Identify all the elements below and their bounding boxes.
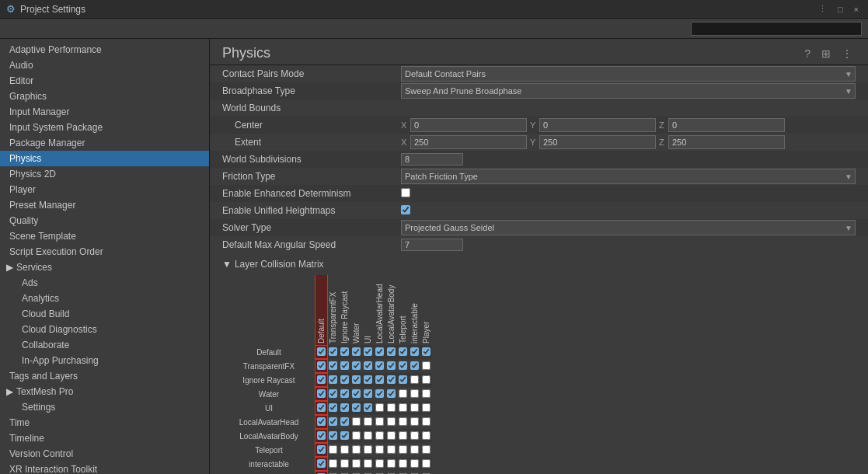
layout-icon[interactable]: ⊞ <box>818 46 834 61</box>
matrix-checkbox[interactable] <box>422 445 431 454</box>
matrix-checkbox[interactable] <box>375 375 384 384</box>
solver-type-select[interactable]: Projected Gauss Seidel <box>401 220 856 235</box>
matrix-checkbox[interactable] <box>410 417 419 426</box>
sidebar-services-header[interactable]: ▶ Services <box>0 260 209 275</box>
matrix-checkbox[interactable] <box>375 417 384 426</box>
matrix-checkbox[interactable] <box>364 403 372 412</box>
matrix-checkbox[interactable] <box>364 389 372 398</box>
matrix-checkbox[interactable] <box>410 347 419 356</box>
matrix-checkbox[interactable] <box>410 403 419 412</box>
matrix-checkbox[interactable] <box>317 361 326 370</box>
broadphase-type-select[interactable]: Sweep And Prune Broadphase <box>401 83 856 99</box>
matrix-checkbox[interactable] <box>387 445 396 454</box>
matrix-checkbox[interactable] <box>410 445 419 454</box>
matrix-checkbox[interactable] <box>422 417 431 426</box>
matrix-checkbox[interactable] <box>410 431 419 440</box>
matrix-checkbox[interactable] <box>364 417 372 426</box>
sidebar-item-editor[interactable]: Editor <box>0 73 209 89</box>
sidebar-item-package-manager[interactable]: Package Manager <box>0 135 209 151</box>
matrix-checkbox[interactable] <box>317 347 326 356</box>
matrix-checkbox[interactable] <box>340 417 349 426</box>
matrix-checkbox[interactable] <box>375 431 384 440</box>
matrix-checkbox[interactable] <box>375 361 384 370</box>
matrix-checkbox[interactable] <box>317 417 326 426</box>
matrix-checkbox[interactable] <box>340 459 349 468</box>
matrix-checkbox[interactable] <box>375 459 384 468</box>
matrix-checkbox[interactable] <box>387 459 396 468</box>
matrix-checkbox[interactable] <box>317 375 326 384</box>
close-button[interactable]: × <box>851 5 862 14</box>
matrix-checkbox[interactable] <box>387 417 396 426</box>
matrix-checkbox[interactable] <box>399 431 407 440</box>
matrix-checkbox[interactable] <box>375 347 384 356</box>
matrix-checkbox[interactable] <box>352 347 361 356</box>
matrix-checkbox[interactable] <box>329 347 337 356</box>
center-x-input[interactable] <box>410 118 527 132</box>
matrix-checkbox[interactable] <box>364 347 372 356</box>
sidebar-item-input-manager[interactable]: Input Manager <box>0 104 209 120</box>
sidebar-item-cloud-build[interactable]: Cloud Build <box>0 306 209 322</box>
matrix-checkbox[interactable] <box>340 445 349 454</box>
sidebar-item-version-control[interactable]: Version Control <box>0 446 209 462</box>
matrix-checkbox[interactable] <box>387 403 396 412</box>
help-icon[interactable]: ? <box>801 46 814 61</box>
matrix-checkbox[interactable] <box>340 347 349 356</box>
matrix-checkbox[interactable] <box>399 347 407 356</box>
matrix-checkbox[interactable] <box>317 445 326 454</box>
sidebar-item-preset-manager[interactable]: Preset Manager <box>0 197 209 213</box>
contact-pairs-mode-select[interactable]: Default Contact Pairs <box>401 66 856 82</box>
matrix-checkbox[interactable] <box>422 389 431 398</box>
center-z-input[interactable] <box>668 118 785 132</box>
matrix-checkbox[interactable] <box>422 459 431 468</box>
matrix-checkbox[interactable] <box>410 361 419 370</box>
matrix-checkbox[interactable] <box>364 361 372 370</box>
sidebar-item-timeline[interactable]: Timeline <box>0 430 209 446</box>
matrix-checkbox[interactable] <box>364 445 372 454</box>
matrix-checkbox[interactable] <box>399 445 407 454</box>
matrix-checkbox[interactable] <box>329 375 337 384</box>
sidebar-item-analytics[interactable]: Analytics <box>0 291 209 306</box>
matrix-checkbox[interactable] <box>340 403 349 412</box>
matrix-checkbox[interactable] <box>387 347 396 356</box>
extent-y-input[interactable] <box>539 135 656 149</box>
matrix-checkbox[interactable] <box>399 361 407 370</box>
matrix-checkbox[interactable] <box>317 389 326 398</box>
sidebar-item-quality[interactable]: Quality <box>0 213 209 228</box>
sidebar-item-textmesh-settings[interactable]: Settings <box>0 399 209 415</box>
matrix-checkbox[interactable] <box>329 417 337 426</box>
matrix-checkbox[interactable] <box>352 375 361 384</box>
matrix-checkbox[interactable] <box>375 403 384 412</box>
sidebar-item-scene-template[interactable]: Scene Template <box>0 228 209 244</box>
matrix-checkbox[interactable] <box>410 389 419 398</box>
friction-type-select[interactable]: Patch Friction Type <box>401 169 856 184</box>
sidebar-item-graphics[interactable]: Graphics <box>0 89 209 104</box>
more-icon[interactable]: ⋮ <box>838 46 856 61</box>
matrix-checkbox[interactable] <box>387 361 396 370</box>
matrix-checkbox[interactable] <box>352 389 361 398</box>
matrix-checkbox[interactable] <box>352 417 361 426</box>
matrix-checkbox[interactable] <box>352 431 361 440</box>
sidebar-item-physics[interactable]: Physics <box>0 151 209 166</box>
matrix-checkbox[interactable] <box>399 403 407 412</box>
sidebar-item-script-execution[interactable]: Script Execution Order <box>0 244 209 260</box>
enable-enhanced-checkbox[interactable] <box>401 188 410 197</box>
matrix-checkbox[interactable] <box>422 431 431 440</box>
sidebar-textmesh-header[interactable]: ▶ TextMesh Pro <box>0 384 209 399</box>
matrix-checkbox[interactable] <box>387 389 396 398</box>
matrix-checkbox[interactable] <box>422 375 431 384</box>
matrix-checkbox[interactable] <box>410 459 419 468</box>
sidebar-item-tags[interactable]: Tags and Layers <box>0 368 209 384</box>
matrix-checkbox[interactable] <box>399 375 407 384</box>
matrix-checkbox[interactable] <box>422 403 431 412</box>
matrix-checkbox[interactable] <box>329 431 337 440</box>
restore-button[interactable]: □ <box>835 5 846 14</box>
menu-button[interactable]: ⋮ <box>815 4 830 14</box>
sidebar-item-input-system[interactable]: Input System Package <box>0 120 209 135</box>
matrix-checkbox[interactable] <box>399 417 407 426</box>
matrix-checkbox[interactable] <box>364 459 372 468</box>
matrix-checkbox[interactable] <box>352 403 361 412</box>
sidebar-item-inapp[interactable]: In-App Purchasing <box>0 353 209 368</box>
matrix-checkbox[interactable] <box>317 459 326 468</box>
matrix-checkbox[interactable] <box>329 403 337 412</box>
enable-unified-checkbox[interactable] <box>401 205 410 214</box>
